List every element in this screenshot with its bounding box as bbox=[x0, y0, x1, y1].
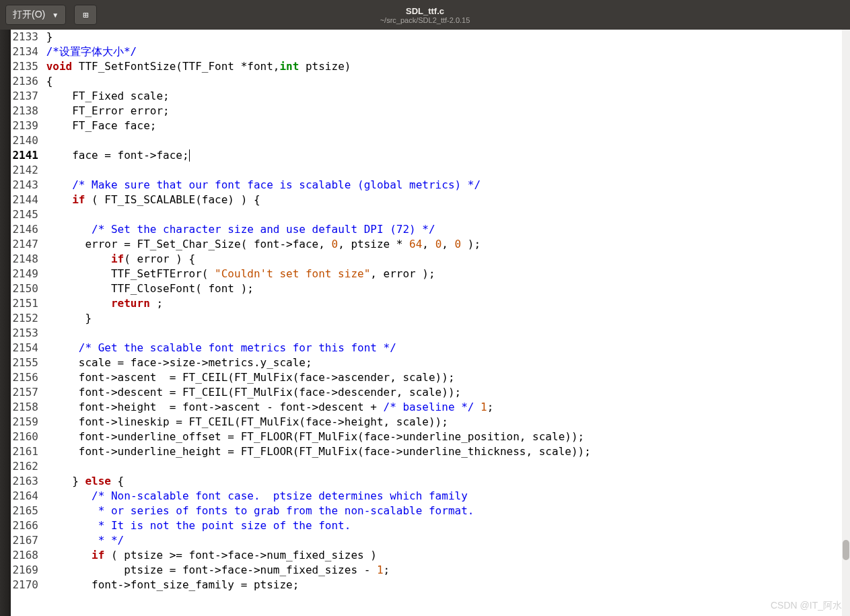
code-content: } else { bbox=[46, 474, 842, 489]
line-number: 2146 bbox=[11, 222, 40, 237]
code-content: FT_Error error; bbox=[46, 104, 842, 118]
code-line[interactable]: 2169 ptsize = font->face->num_fixed_size… bbox=[11, 563, 842, 578]
code-line[interactable]: 2144 if ( FT_IS_SCALABLE(face) ) { bbox=[11, 193, 842, 207]
line-number: 2156 bbox=[11, 370, 40, 385]
code-line[interactable]: 2141 face = font->face; bbox=[11, 148, 842, 163]
line-number: 2169 bbox=[11, 563, 40, 578]
code-content: face = font->face; bbox=[46, 148, 842, 163]
code-content: /* Make sure that our font face is scala… bbox=[46, 178, 842, 193]
code-line[interactable]: 2164 /* Non-scalable font case. ptsize d… bbox=[11, 489, 842, 504]
code-line[interactable]: 2139 FT_Face face; bbox=[11, 118, 842, 133]
code-line[interactable]: 2146 /* Set the character size and use d… bbox=[11, 222, 842, 237]
code-content: ptsize = font->face->num_fixed_sizes - 1… bbox=[46, 563, 842, 578]
code-line[interactable]: 2155 scale = face->size->metrics.y_scale… bbox=[11, 355, 842, 370]
code-line[interactable]: 2163 } else { bbox=[11, 474, 842, 489]
code-line[interactable]: 2150 TTF_CloseFont( font ); bbox=[11, 281, 842, 296]
scroll-thumb[interactable] bbox=[843, 540, 849, 560]
code-line[interactable]: 2134 /*设置字体大小*/ bbox=[11, 44, 842, 59]
code-line[interactable]: 2167 * */ bbox=[11, 533, 842, 548]
code-line[interactable]: 2151 return ; bbox=[11, 296, 842, 311]
code-line[interactable]: 2149 TTF_SetFTError( "Couldn't set font … bbox=[11, 267, 842, 281]
code-editor[interactable]: 2133 }2134 /*设置字体大小*/2135 void TTF_SetFo… bbox=[11, 30, 842, 616]
code-content: /*设置字体大小*/ bbox=[46, 44, 842, 59]
line-number: 2151 bbox=[11, 296, 40, 311]
code-content: TTF_CloseFont( font ); bbox=[46, 281, 842, 296]
code-line[interactable]: 2147 error = FT_Set_Char_Size( font->fac… bbox=[11, 237, 842, 252]
code-content: font->underline_height = FT_FLOOR(FT_Mul… bbox=[46, 444, 842, 459]
text-cursor bbox=[189, 149, 190, 162]
code-line[interactable]: 2148 if( error ) { bbox=[11, 252, 842, 267]
line-number: 2147 bbox=[11, 237, 40, 252]
line-number: 2170 bbox=[11, 578, 40, 592]
code-line[interactable]: 2159 font->lineskip = FT_CEIL(FT_MulFix(… bbox=[11, 415, 842, 430]
code-line[interactable]: 2152 } bbox=[11, 311, 842, 326]
code-content: TTF_SetFTError( "Couldn't set font size"… bbox=[46, 267, 842, 281]
line-number: 2154 bbox=[11, 341, 40, 355]
code-line[interactable]: 2156 font->ascent = FT_CEIL(FT_MulFix(fa… bbox=[11, 370, 842, 385]
activity-bar[interactable] bbox=[0, 30, 11, 616]
line-number: 2144 bbox=[11, 193, 40, 207]
code-content: * or series of fonts to grab from the no… bbox=[46, 504, 842, 518]
line-number: 2161 bbox=[11, 444, 40, 459]
window-title: SDL_ttf.c ~/src_pack/SDL2_ttf-2.0.15 bbox=[380, 6, 470, 24]
code-line[interactable]: 2153 bbox=[11, 326, 842, 341]
code-content: FT_Face face; bbox=[46, 118, 842, 133]
vertical-scrollbar[interactable] bbox=[842, 30, 850, 616]
code-line[interactable]: 2162 bbox=[11, 459, 842, 474]
code-content: font->height = font->ascent - font->desc… bbox=[46, 400, 842, 415]
code-content: if ( FT_IS_SCALABLE(face) ) { bbox=[46, 193, 842, 207]
code-content: /* Get the scalable font metrics for thi… bbox=[46, 341, 842, 355]
code-content: /* Set the character size and use defaul… bbox=[46, 222, 842, 237]
code-content: scale = face->size->metrics.y_scale; bbox=[46, 355, 842, 370]
line-number: 2149 bbox=[11, 267, 40, 281]
code-line[interactable]: 2137 FT_Fixed scale; bbox=[11, 89, 842, 104]
chevron-down-icon: ▼ bbox=[52, 11, 59, 19]
code-content: if( error ) { bbox=[46, 252, 842, 267]
line-number: 2152 bbox=[11, 311, 40, 326]
line-number: 2166 bbox=[11, 518, 40, 533]
code-line[interactable]: 2142 bbox=[11, 163, 842, 178]
line-number: 2167 bbox=[11, 533, 40, 548]
code-content: font->lineskip = FT_CEIL(FT_MulFix(face-… bbox=[46, 415, 842, 430]
open-button[interactable]: 打开(O) ▼ bbox=[5, 5, 66, 25]
code-line[interactable]: 2168 if ( ptsize >= font->face->num_fixe… bbox=[11, 548, 842, 563]
code-line[interactable]: 2136 { bbox=[11, 74, 842, 89]
line-number: 2162 bbox=[11, 459, 40, 474]
line-number: 2145 bbox=[11, 207, 40, 222]
line-number: 2136 bbox=[11, 74, 40, 89]
code-line[interactable]: 2143 /* Make sure that our font face is … bbox=[11, 178, 842, 193]
code-content: font->descent = FT_CEIL(FT_MulFix(face->… bbox=[46, 385, 842, 400]
code-line[interactable]: 2161 font->underline_height = FT_FLOOR(F… bbox=[11, 444, 842, 459]
filename-label: SDL_ttf.c bbox=[380, 6, 470, 16]
line-number: 2164 bbox=[11, 489, 40, 504]
line-number: 2160 bbox=[11, 430, 40, 444]
line-number: 2150 bbox=[11, 281, 40, 296]
code-content: FT_Fixed scale; bbox=[46, 89, 842, 104]
line-number: 2168 bbox=[11, 548, 40, 563]
grid-icon: ⊞ bbox=[83, 9, 88, 20]
code-line[interactable]: 2158 font->height = font->ascent - font-… bbox=[11, 400, 842, 415]
code-content: font->underline_offset = FT_FLOOR(FT_Mul… bbox=[46, 430, 842, 444]
line-number: 2141 bbox=[11, 148, 40, 163]
code-content: if ( ptsize >= font->face->num_fixed_siz… bbox=[46, 548, 842, 563]
code-line[interactable]: 2138 FT_Error error; bbox=[11, 104, 842, 118]
line-number: 2133 bbox=[11, 30, 40, 44]
code-line[interactable]: 2145 bbox=[11, 207, 842, 222]
code-line[interactable]: 2166 * It is not the point size of the f… bbox=[11, 518, 842, 533]
code-line[interactable]: 2133 } bbox=[11, 30, 842, 44]
new-tab-button[interactable]: ⊞ bbox=[74, 5, 97, 25]
code-content: return ; bbox=[46, 296, 842, 311]
code-line[interactable]: 2170 font->font_size_family = ptsize; bbox=[11, 578, 842, 592]
line-number: 2159 bbox=[11, 415, 40, 430]
code-line[interactable]: 2154 /* Get the scalable font metrics fo… bbox=[11, 341, 842, 355]
filepath-label: ~/src_pack/SDL2_ttf-2.0.15 bbox=[380, 16, 470, 24]
code-line[interactable]: 2157 font->descent = FT_CEIL(FT_MulFix(f… bbox=[11, 385, 842, 400]
line-number: 2143 bbox=[11, 178, 40, 193]
code-line[interactable]: 2135 void TTF_SetFontSize(TTF_Font *font… bbox=[11, 59, 842, 74]
code-line[interactable]: 2165 * or series of fonts to grab from t… bbox=[11, 504, 842, 518]
code-line[interactable]: 2140 bbox=[11, 133, 842, 148]
code-content: { bbox=[46, 74, 842, 89]
code-line[interactable]: 2160 font->underline_offset = FT_FLOOR(F… bbox=[11, 430, 842, 444]
code-content: error = FT_Set_Char_Size( font->face, 0,… bbox=[46, 237, 842, 252]
watermark: CSDN @IT_阿水 bbox=[771, 600, 842, 612]
